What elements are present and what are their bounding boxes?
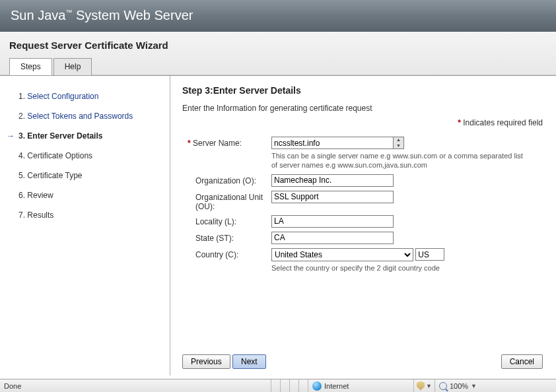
- status-separator: [298, 379, 308, 392]
- step-description: Enter the Information for generating cer…: [182, 104, 543, 113]
- step-item-7: 7. Results: [7, 205, 163, 225]
- shield-icon: [417, 381, 425, 391]
- magnifier-icon: [439, 382, 447, 390]
- chevron-down-icon: ▼: [471, 383, 477, 389]
- label-country: Country (C):: [182, 248, 271, 273]
- country-select[interactable]: United States: [271, 248, 413, 261]
- step-item-6: 6. Review: [7, 185, 163, 205]
- steps-sidebar: 1. Select Configuration 2. Select Tokens…: [0, 76, 170, 376]
- label-org-unit: Organizational Unit (OU):: [182, 191, 271, 211]
- server-name-help: This can be a single server name e.g www…: [271, 151, 529, 170]
- status-zone-label: Internet: [324, 382, 349, 390]
- org-unit-input[interactable]: [271, 191, 394, 203]
- row-server-name: Server Name: ▲ ▼ This can be a single se…: [182, 137, 543, 170]
- step-item-3[interactable]: 3. Enter Server Details: [7, 126, 163, 146]
- wizard-content: Step 3:Enter Server Details Enter the In…: [170, 76, 556, 376]
- step-label: Certificate Options: [27, 151, 92, 160]
- status-security[interactable]: ▼: [413, 379, 434, 392]
- step-item-4: 4. Certificate Options: [7, 146, 163, 166]
- state-input[interactable]: [271, 232, 394, 244]
- wizard-subheader: Request Server Certificate Wizard Steps …: [0, 32, 556, 75]
- step-number: 7.: [18, 211, 25, 220]
- previous-button[interactable]: Previous: [182, 354, 230, 369]
- status-separator: [271, 379, 280, 392]
- chevron-up-icon[interactable]: ▲: [394, 137, 403, 143]
- main-area: 1. Select Configuration 2. Select Tokens…: [0, 75, 556, 376]
- label-state: State (ST):: [182, 232, 271, 244]
- step-label: Enter Server Details: [27, 131, 102, 141]
- app-title-post: System Web Server: [72, 8, 193, 22]
- step-number: 1.: [18, 92, 25, 101]
- tab-steps[interactable]: Steps: [9, 58, 52, 75]
- country-help: Select the country or specify the 2 digi…: [271, 263, 529, 273]
- row-org-unit: Organizational Unit (OU):: [182, 191, 543, 211]
- sidebar-tabs: Steps Help: [0, 57, 556, 75]
- trademark-icon: ™: [65, 9, 72, 16]
- server-name-stepper[interactable]: ▲ ▼: [394, 137, 404, 149]
- row-organization: Organization (O):: [182, 174, 543, 187]
- status-done: Done: [0, 382, 271, 390]
- organization-input[interactable]: [271, 174, 394, 187]
- app-title-pre: Sun Java: [11, 8, 65, 22]
- browser-status-bar: Done Internet ▼ 100% ▼: [0, 379, 556, 392]
- step-number: 2.: [18, 112, 25, 121]
- app-header: Sun Java™ System Web Server: [0, 0, 556, 32]
- status-zoom[interactable]: 100% ▼: [434, 379, 481, 392]
- cancel-button[interactable]: Cancel: [501, 354, 543, 369]
- row-country: Country (C): United States Select the co…: [182, 248, 543, 273]
- server-name-input[interactable]: [271, 137, 394, 149]
- chevron-down-icon[interactable]: ▼: [394, 143, 403, 149]
- step-item-1[interactable]: 1. Select Configuration: [7, 86, 163, 106]
- asterisk-icon: *: [458, 118, 461, 127]
- next-button[interactable]: Next: [232, 354, 266, 369]
- wizard-button-row: Previous Next Cancel: [182, 343, 543, 369]
- step-number: 5.: [18, 171, 25, 180]
- required-indicator-text: Indicates required field: [463, 118, 543, 127]
- step-number: 3.: [18, 131, 25, 141]
- country-code-input[interactable]: [415, 248, 444, 261]
- step-number: 4.: [18, 151, 25, 160]
- step-item-5: 5. Certificate Type: [7, 166, 163, 185]
- step-title: Step 3:Enter Server Details: [182, 85, 543, 96]
- zoom-level: 100%: [450, 382, 468, 390]
- wizard-title: Request Server Certificate Wizard: [0, 37, 556, 57]
- chevron-down-icon: ▼: [426, 383, 432, 389]
- label-organization: Organization (O):: [182, 174, 271, 187]
- row-state: State (ST):: [182, 232, 543, 244]
- step-item-2[interactable]: 2. Select Tokens and Passwords: [7, 106, 163, 126]
- step-label: Results: [27, 211, 53, 220]
- label-server-name: Server Name:: [182, 137, 271, 170]
- step-number: 6.: [18, 191, 25, 200]
- status-separator: [289, 379, 298, 392]
- label-locality: Locality (L):: [182, 215, 271, 228]
- step-label: Review: [27, 191, 53, 200]
- status-separator: [280, 379, 289, 392]
- step-label: Select Configuration: [27, 92, 98, 101]
- row-locality: Locality (L):: [182, 215, 543, 228]
- required-indicator: * Indicates required field: [182, 118, 543, 127]
- status-zone[interactable]: Internet: [308, 379, 413, 392]
- step-label: Select Tokens and Passwords: [27, 112, 133, 121]
- internet-icon: [312, 381, 322, 391]
- locality-input[interactable]: [271, 215, 394, 228]
- tab-help[interactable]: Help: [53, 58, 92, 75]
- step-label: Certificate Type: [27, 171, 82, 180]
